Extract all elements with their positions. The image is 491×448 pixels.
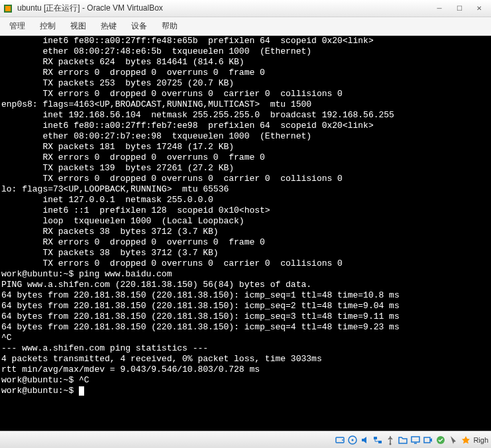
svg-point-5: [352, 439, 354, 441]
menu-view[interactable]: 视图: [64, 18, 93, 34]
titlebar: ubuntu [正在运行] - Oracle VM VirtualBox ─ ☐…: [0, 0, 491, 17]
mouse-integration-icon[interactable]: [448, 435, 459, 445]
guest-additions-icon[interactable]: [435, 435, 446, 445]
svg-point-3: [342, 439, 343, 441]
window-controls: ─ ☐ ✕: [430, 2, 488, 15]
menu-help[interactable]: 帮助: [155, 18, 184, 34]
recording-icon[interactable]: [423, 435, 433, 445]
minimize-button[interactable]: ─: [430, 2, 449, 15]
menu-devices[interactable]: 设备: [125, 18, 154, 34]
statusbar: Righ: [0, 431, 491, 448]
terminal-output[interactable]: inet6 fe80::a00:27ff:fe48:e65b prefixlen…: [0, 36, 491, 431]
hard-disk-icon[interactable]: [335, 435, 345, 445]
close-button[interactable]: ✕: [470, 2, 488, 15]
display-icon[interactable]: [410, 435, 421, 445]
svg-rect-1: [5, 6, 11, 11]
audio-icon[interactable]: [360, 435, 370, 445]
svg-point-8: [390, 443, 392, 445]
optical-disk-icon[interactable]: [347, 435, 358, 445]
host-key-label: Righ: [473, 436, 488, 444]
svg-rect-9: [411, 437, 419, 442]
app-icon: [3, 3, 13, 14]
host-key-icon[interactable]: [461, 435, 471, 445]
menu-manage[interactable]: 管理: [3, 18, 32, 34]
menu-hotkeys[interactable]: 热键: [94, 18, 123, 34]
menubar: 管理 控制 视图 热键 设备 帮助: [0, 17, 491, 36]
network-icon[interactable]: [372, 435, 383, 445]
svg-rect-10: [424, 437, 430, 443]
usb-icon[interactable]: [385, 435, 396, 445]
maximize-button[interactable]: ☐: [450, 2, 468, 15]
window-title: ubuntu [正在运行] - Oracle VM VirtualBox: [17, 3, 430, 14]
shared-folder-icon[interactable]: [398, 435, 408, 445]
menu-control[interactable]: 控制: [33, 18, 62, 34]
svg-rect-6: [374, 437, 377, 439]
